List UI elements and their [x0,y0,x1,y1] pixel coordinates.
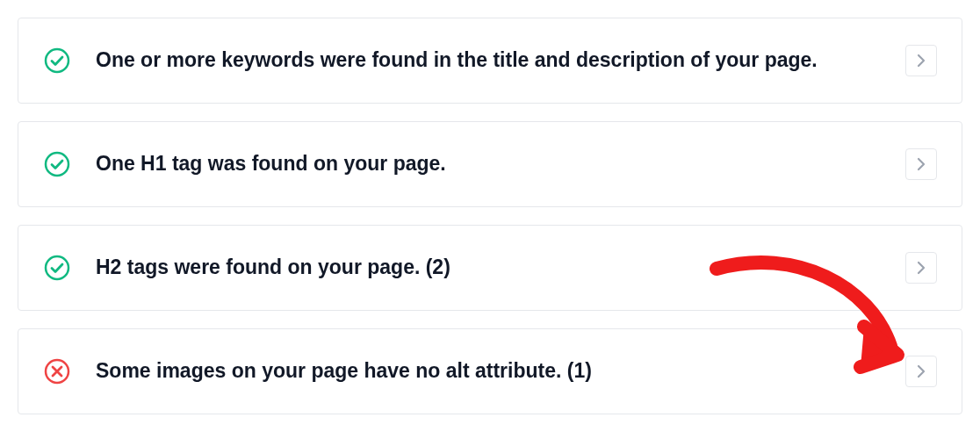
check-message: One or more keywords were found in the t… [96,47,905,74]
expand-button[interactable] [905,148,937,180]
check-pass-icon [43,254,71,282]
check-row-h1: One H1 tag was found on your page. [18,121,962,207]
seo-checklist: One or more keywords were found in the t… [18,18,962,414]
expand-button[interactable] [905,356,937,387]
check-message: H2 tags were found on your page. (2) [96,255,905,281]
check-pass-icon [43,150,71,178]
check-message: One H1 tag was found on your page. [96,151,905,177]
chevron-right-icon [917,157,926,171]
chevron-right-icon [917,54,926,68]
check-pass-icon [43,47,71,75]
svg-point-2 [46,256,68,279]
check-row-keywords: One or more keywords were found in the t… [18,18,962,104]
check-row-alt-missing: Some images on your page have no alt att… [18,328,962,414]
chevron-right-icon [917,364,926,378]
check-message: Some images on your page have no alt att… [96,358,905,385]
check-row-h2: H2 tags were found on your page. (2) [18,225,962,311]
expand-button[interactable] [905,45,937,76]
svg-point-1 [46,153,68,176]
expand-button[interactable] [905,252,937,284]
svg-point-0 [46,49,68,72]
check-fail-icon [43,357,71,385]
chevron-right-icon [917,261,926,275]
